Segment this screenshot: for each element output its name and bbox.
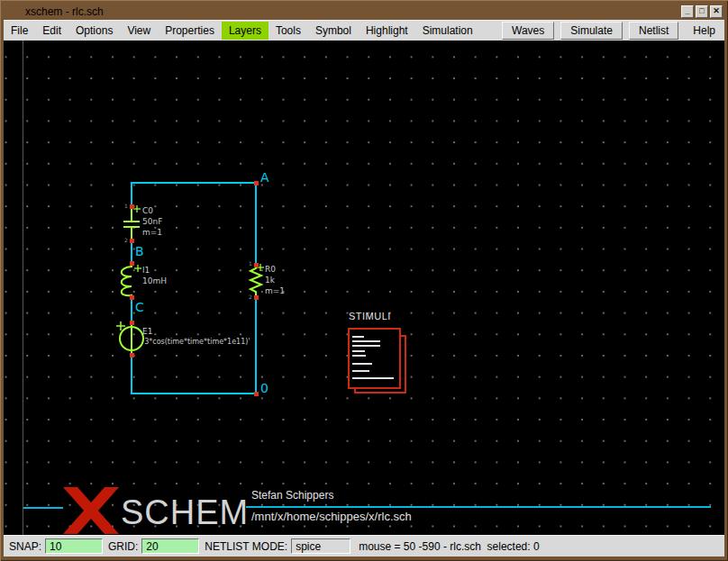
status-bar: SNAP: GRID: NETLIST MODE: mouse = 50 -59…: [4, 535, 724, 556]
menu-options[interactable]: Options: [68, 22, 120, 40]
menu-toolbuttons: Waves Simulate Netlist Help: [496, 22, 724, 40]
minimize-icon[interactable]: _: [681, 5, 694, 18]
grid-label: GRID:: [108, 540, 138, 553]
inductor-symbol[interactable]: [122, 265, 141, 297]
netlist-mode-label: NETLIST MODE:: [205, 540, 287, 553]
netlist-button[interactable]: Netlist: [629, 22, 678, 40]
credit-filepath[interactable]: /mnt/x/home/schippes/x/rlc.sch: [251, 510, 412, 523]
simulate-button[interactable]: Simulate: [560, 22, 623, 40]
resistor-value[interactable]: 1k: [265, 276, 275, 285]
schematic-canvas[interactable]: A B C 0 1 C0 50nF m=1 2 l1 10mH 1 R0 1k …: [4, 41, 724, 535]
maximize-icon[interactable]: □: [696, 5, 708, 18]
mouse-status-text: mouse = 50 -590 - rlc.sch selected: 0: [359, 540, 539, 553]
resistor-symbol[interactable]: [250, 264, 264, 295]
menu-highlight[interactable]: Highlight: [359, 22, 415, 40]
window-title: xschem - rlc.sch: [25, 5, 104, 18]
net-label-gnd[interactable]: 0: [260, 381, 268, 395]
capacitor-value[interactable]: 50nF: [142, 217, 162, 226]
menu-file[interactable]: File: [4, 22, 35, 40]
inductor-name[interactable]: l1: [142, 266, 150, 275]
xschem-window: xschem - rlc.sch _ □ ✕ File Edit Options…: [0, 0, 728, 561]
inductor-value[interactable]: 10mH: [142, 276, 167, 285]
capacitor-pin1-number: 1: [124, 203, 128, 209]
net-label-a[interactable]: A: [260, 170, 269, 185]
credit-left-line: [23, 507, 63, 509]
snap-label: SNAP:: [9, 540, 41, 553]
resistor-name[interactable]: R0: [265, 265, 276, 274]
capacitor-mult[interactable]: m=1: [142, 228, 162, 237]
menu-layers[interactable]: Layers: [222, 22, 268, 40]
menu-view[interactable]: View: [120, 22, 158, 40]
capacitor-name[interactable]: C0: [142, 206, 153, 215]
vsource-symbol[interactable]: [116, 321, 143, 354]
capacitor-plus-icon: [133, 205, 141, 213]
menu-tools[interactable]: Tools: [268, 22, 308, 40]
netlist-mode-input[interactable]: [291, 538, 350, 554]
stimuli-label[interactable]: STIMULI: [349, 311, 391, 321]
menu-properties[interactable]: Properties: [158, 22, 222, 40]
menu-bar: File Edit Options View Properties Layers…: [4, 20, 724, 41]
close-icon[interactable]: ✕: [710, 5, 723, 18]
snap-input[interactable]: [45, 538, 103, 554]
net-label-b[interactable]: B: [135, 244, 144, 258]
schematic-drawing: [4, 41, 724, 535]
title-bar[interactable]: xschem - rlc.sch _ □ ✕: [4, 3, 724, 20]
menu-simulation[interactable]: Simulation: [415, 22, 480, 40]
inductor-plus-icon: [134, 265, 141, 272]
capacitor-pin2-number: 2: [124, 237, 128, 243]
xschem-logo-x-icon[interactable]: [63, 487, 119, 534]
xschem-logo-text[interactable]: SCHEM: [121, 492, 249, 533]
resistor-pin1-number: 1: [249, 260, 252, 267]
menu-edit[interactable]: Edit: [35, 22, 68, 40]
capacitor-symbol[interactable]: [123, 205, 141, 240]
vsource-value[interactable]: '3*cos(time*time*time*1e11)': [142, 338, 250, 346]
menu-help[interactable]: Help: [684, 22, 724, 40]
menu-symbol[interactable]: Symbol: [308, 22, 359, 40]
net-label-c[interactable]: C: [135, 300, 144, 314]
resistor-pin2-number: 2: [249, 294, 252, 300]
credit-author[interactable]: Stefan Schippers: [251, 489, 333, 502]
window-controls: _ □ ✕: [681, 5, 723, 18]
vsource-name[interactable]: E1: [142, 327, 152, 336]
waves-button[interactable]: Waves: [502, 22, 554, 40]
credit-underline: [246, 506, 711, 508]
grid-input[interactable]: [141, 538, 199, 554]
resistor-mult[interactable]: m=1: [265, 286, 285, 295]
